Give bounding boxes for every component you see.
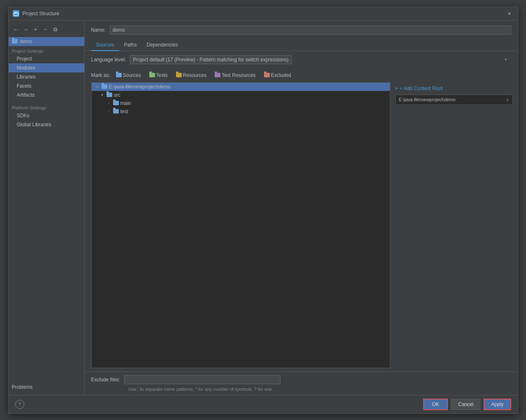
tree-main[interactable]: › main bbox=[92, 99, 390, 107]
tree-toggle-src[interactable]: ▼ bbox=[100, 93, 105, 97]
tree-root-text: E:\java-file\newproject\demo bbox=[109, 84, 171, 90]
project-structure-dialog: Project Structure × ← → + − ⧉ demo Proje… bbox=[8, 7, 518, 414]
sidebar-item-sdks[interactable]: SDKs bbox=[9, 111, 84, 120]
title-bar-left: Project Structure bbox=[13, 10, 59, 17]
title-bar: Project Structure × bbox=[9, 7, 518, 21]
footer-left: ? bbox=[15, 400, 420, 409]
forward-button[interactable]: → bbox=[22, 26, 30, 34]
content-root-path: E:\java-file\newproject\demo bbox=[399, 97, 456, 102]
module-demo[interactable]: demo bbox=[9, 37, 84, 46]
tree-src-folder-icon bbox=[107, 93, 112, 97]
sidebar-item-modules[interactable]: Modules bbox=[9, 63, 84, 72]
sidebar-item-problems[interactable]: Problems bbox=[9, 378, 84, 392]
language-row: Language level: Project default (17 (Pre… bbox=[85, 51, 518, 68]
name-row: Name: bbox=[85, 21, 518, 39]
sidebar-item-global-libraries[interactable]: Global Libraries bbox=[9, 120, 84, 129]
main-content: ← → + − ⧉ demo Project Settings Project … bbox=[9, 21, 518, 395]
test-resources-folder-icon bbox=[215, 73, 220, 77]
exclude-input[interactable] bbox=[124, 375, 280, 384]
tree-src[interactable]: ▼ src bbox=[92, 91, 390, 99]
mark-excluded-button[interactable]: Excluded bbox=[262, 72, 294, 79]
tree-main-folder-icon bbox=[113, 101, 119, 105]
remove-button[interactable]: − bbox=[42, 26, 50, 34]
sidebar-item-libraries[interactable]: Libraries bbox=[9, 72, 84, 81]
tree-main-text: main bbox=[120, 100, 131, 106]
nav-toolbar: ← → + − ⧉ bbox=[9, 24, 84, 37]
sidebar: ← → + − ⧉ demo Project Settings Project … bbox=[9, 21, 85, 395]
mark-test-resources-button[interactable]: Test Resources bbox=[212, 72, 258, 79]
language-select[interactable]: Project default (17 (Preview) - Pattern … bbox=[130, 55, 292, 64]
sidebar-item-artifacts[interactable]: Artifacts bbox=[9, 90, 84, 100]
module-name: demo bbox=[20, 39, 32, 44]
sidebar-item-facets[interactable]: Facets bbox=[9, 81, 84, 90]
sources-folder-icon bbox=[116, 73, 122, 77]
tree-root[interactable]: ▼ E:\java-file\newproject\demo bbox=[92, 83, 390, 91]
tree-toggle-main[interactable]: › bbox=[107, 101, 111, 106]
right-info-panel: + + Add Content Root E:\java-file\newpro… bbox=[390, 82, 518, 368]
tree-panel[interactable]: ▼ E:\java-file\newproject\demo ▼ src › m… bbox=[91, 82, 390, 368]
tree-toggle-root[interactable]: ▼ bbox=[95, 84, 100, 89]
dialog-title: Project Structure bbox=[23, 11, 59, 16]
mark-sources-button[interactable]: Sources bbox=[114, 72, 144, 79]
exclude-hint: Use ; to separate name patterns, * for a… bbox=[128, 387, 285, 392]
copy-button[interactable]: ⧉ bbox=[51, 26, 60, 34]
content-area: ▼ E:\java-file\newproject\demo ▼ src › m… bbox=[85, 82, 518, 371]
add-content-root-button[interactable]: + + Add Content Root bbox=[395, 86, 513, 91]
name-label: Name: bbox=[91, 27, 106, 33]
tabs-row: Sources Paths Dependencies bbox=[85, 39, 518, 51]
tree-test-text: test bbox=[120, 109, 128, 114]
exclude-row: Exclude files: bbox=[91, 375, 511, 384]
platform-settings-header: Platform Settings bbox=[9, 103, 84, 111]
help-button[interactable]: ? bbox=[15, 400, 24, 409]
add-icon: + bbox=[395, 86, 398, 91]
content-root-item: E:\java-file\newproject\demo × bbox=[395, 95, 513, 105]
sidebar-item-project[interactable]: Project bbox=[9, 54, 84, 63]
language-select-wrapper: Project default (17 (Preview) - Pattern … bbox=[130, 55, 511, 64]
cancel-button[interactable]: Cancel bbox=[451, 399, 480, 410]
add-button[interactable]: + bbox=[32, 26, 40, 34]
bottom-section: Exclude files: Use ; to separate name pa… bbox=[85, 371, 518, 395]
tree-root-folder-icon bbox=[102, 84, 107, 89]
mark-as-label: Mark as: bbox=[91, 72, 110, 78]
resources-folder-icon bbox=[176, 73, 182, 77]
tree-toggle-test[interactable]: › bbox=[107, 109, 111, 114]
module-folder-icon bbox=[12, 39, 18, 44]
exclude-label: Exclude files: bbox=[91, 377, 120, 383]
tests-folder-icon bbox=[149, 73, 155, 77]
app-icon bbox=[13, 10, 19, 17]
tree-test-folder-icon bbox=[113, 109, 119, 114]
mark-as-row: Mark as: Sources Tests Resources Test Re… bbox=[85, 68, 518, 82]
excluded-folder-icon bbox=[264, 73, 270, 77]
back-button[interactable]: ← bbox=[12, 26, 20, 34]
name-input[interactable] bbox=[110, 26, 511, 35]
tab-sources[interactable]: Sources bbox=[91, 39, 119, 51]
project-settings-header: Project Settings bbox=[9, 46, 84, 54]
close-button[interactable]: × bbox=[505, 9, 514, 18]
tab-dependencies[interactable]: Dependencies bbox=[141, 39, 183, 51]
mark-tests-button[interactable]: Tests bbox=[147, 72, 170, 79]
tab-paths[interactable]: Paths bbox=[119, 39, 142, 51]
right-panel: Name: Sources Paths Dependencies Languag… bbox=[85, 21, 518, 395]
apply-button[interactable]: Apply bbox=[484, 399, 511, 410]
content-root-close-button[interactable]: × bbox=[506, 97, 509, 103]
language-label: Language level: bbox=[91, 57, 126, 63]
ok-button[interactable]: OK bbox=[423, 399, 448, 410]
tree-src-text: src bbox=[114, 92, 120, 98]
footer: ? OK Cancel Apply bbox=[9, 395, 518, 413]
mark-resources-button[interactable]: Resources bbox=[174, 72, 209, 79]
tree-test[interactable]: › test bbox=[92, 107, 390, 116]
